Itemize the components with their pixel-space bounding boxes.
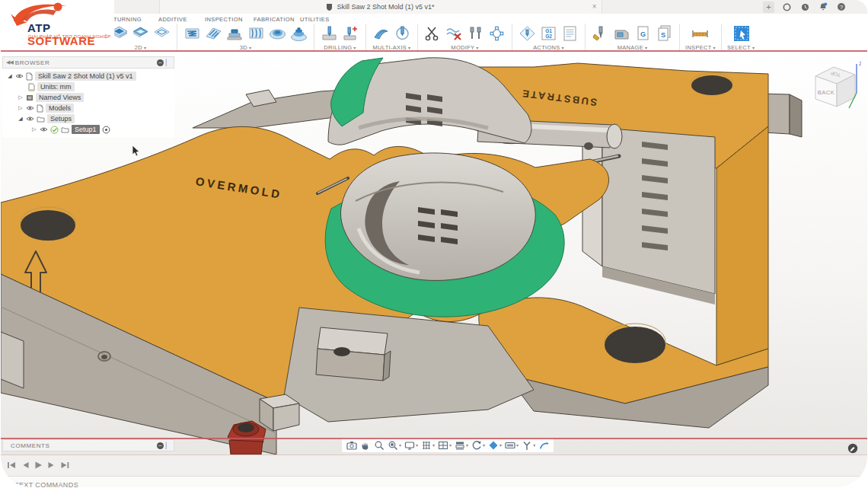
setup-sheet-icon[interactable] (560, 24, 579, 43)
replace-tool-icon[interactable] (466, 24, 485, 43)
help-icon[interactable]: ? (835, 1, 847, 13)
panel-grip-icon[interactable]: ▏ (166, 59, 171, 66)
dropdown-caret-icon: ▾ (432, 442, 435, 448)
text-commands-label[interactable]: TEXT COMMANDS (14, 481, 78, 487)
tree-row-document[interactable]: ◢ Skill Saw 2 Shot Mold (1) v5 v1 (2, 71, 174, 81)
canvas-viewport[interactable]: SUBSTRATE (1, 52, 867, 455)
notifications-icon[interactable] (817, 1, 829, 13)
tree-row-units[interactable]: Units: mm (2, 81, 174, 92)
effects-icon[interactable]: ▾ (488, 440, 502, 451)
minimize-panel-icon[interactable]: – (157, 442, 164, 449)
svg-text:?: ? (840, 4, 843, 11)
adaptive-clearing-icon[interactable] (183, 24, 202, 43)
post-library-icon[interactable]: G (633, 24, 653, 43)
comments-title: COMMENTS (11, 442, 157, 449)
collapsed-icon[interactable]: ▷ (31, 126, 37, 132)
2d-contour-icon[interactable] (152, 24, 171, 43)
new-tab-icon[interactable]: + (763, 2, 774, 13)
collapsed-icon[interactable]: ▷ (18, 105, 24, 111)
close-tab-icon[interactable]: × (592, 0, 597, 14)
document-tab[interactable]: Skill Saw 2 Shot Mold (1) v5 v1* × (159, 0, 602, 14)
tree-row-named-views[interactable]: ▷ Named Views (2, 92, 174, 103)
expanded-icon[interactable]: ◢ (7, 73, 13, 79)
avatar-icon[interactable] (780, 1, 793, 13)
capture-image-icon[interactable] (346, 440, 357, 451)
grid-snaps-icon[interactable]: ▾ (421, 440, 435, 451)
tab-fabrication[interactable]: FABRICATION (254, 16, 295, 23)
zoom-icon[interactable] (374, 440, 385, 451)
multi-axis-contour-icon[interactable] (393, 24, 412, 43)
select-icon[interactable] (732, 24, 751, 43)
2d-face-icon[interactable] (131, 24, 150, 43)
job-status-icon[interactable] (799, 1, 811, 13)
erase-toolpath-icon[interactable] (445, 24, 464, 43)
orbit-icon[interactable]: ▾ (471, 440, 485, 451)
tree-row-setups[interactable]: ◢ Setups (2, 113, 174, 124)
layout-icon[interactable]: ▾ (455, 440, 468, 451)
templates-icon[interactable]: S (655, 24, 674, 43)
spiral-icon[interactable] (268, 24, 287, 43)
go-to-start-button[interactable] (7, 461, 17, 470)
tab-utilities[interactable]: UTILITIES (300, 16, 330, 23)
tree-row-setup1[interactable]: ▷ Setup1 (2, 124, 174, 135)
fit-icon[interactable]: ▾ (388, 440, 401, 451)
panel-grip-icon[interactable]: ▏ (166, 442, 171, 449)
dropdown-caret-icon: ▾ (466, 442, 468, 448)
tab-turning[interactable]: TURNING (113, 16, 142, 23)
optimize-path-icon[interactable] (487, 24, 506, 43)
step-back-button[interactable] (21, 461, 30, 470)
tree-label[interactable]: Setups (47, 114, 75, 123)
tap-icon[interactable] (341, 24, 360, 43)
expanded-icon[interactable]: ◢ (18, 116, 24, 122)
parallel-icon[interactable] (204, 24, 223, 43)
svg-text:G: G (640, 30, 646, 38)
play-button[interactable] (34, 461, 43, 470)
tab-additive[interactable]: ADDITIVE (158, 16, 187, 23)
visibility-eye-icon[interactable] (26, 116, 34, 122)
machine-library-icon[interactable] (612, 24, 631, 43)
tree-label[interactable]: Units: mm (37, 82, 75, 91)
post-process-icon[interactable]: G1G2 (539, 24, 558, 43)
collapse-panel-icon[interactable]: ◀◀ (6, 59, 13, 65)
collapsed-icon[interactable]: ▷ (18, 94, 24, 100)
screens-icon[interactable]: ▾ (505, 440, 519, 451)
view-cube[interactable]: TOP BACK Z (811, 59, 861, 114)
viewports-icon[interactable]: ▾ (438, 440, 452, 451)
active-target-icon[interactable] (102, 126, 110, 134)
simulate-icon[interactable] (518, 24, 537, 43)
browser-title: BROWSER (15, 59, 157, 66)
document-icon (26, 72, 33, 81)
horizontal-icon[interactable] (225, 24, 244, 43)
browser-panel: ◀◀ BROWSER – ▏ ◢ Skill Saw 2 Shot Mold (… (2, 56, 174, 138)
tab-inspection[interactable]: INSPECTION (205, 16, 243, 23)
selection-tools-icon[interactable]: ▾ (522, 440, 535, 451)
steep-shallow-icon[interactable] (247, 24, 266, 43)
feedback-icon[interactable] (847, 443, 858, 454)
morphed-spiral-icon[interactable] (289, 24, 308, 43)
dropdown-caret-icon: ▾ (533, 442, 535, 448)
comments-header[interactable]: COMMENTS – ▏ (2, 439, 174, 451)
marking-menu-icon[interactable] (538, 440, 549, 451)
tree-row-models[interactable]: ▷ Models (2, 103, 174, 113)
pan-icon[interactable] (360, 440, 371, 451)
drill-icon[interactable] (320, 24, 339, 43)
tree-label-selected[interactable]: Setup1 (72, 125, 100, 134)
tree-label[interactable]: Named Views (36, 93, 84, 102)
tree-label[interactable]: Skill Saw 2 Shot Mold (1) v5 v1 (35, 72, 136, 81)
tree-label[interactable]: Models (46, 104, 74, 113)
browser-header[interactable]: ◀◀ BROWSER – ▏ (2, 56, 174, 69)
minimize-panel-icon[interactable]: – (157, 59, 164, 66)
trim-icon[interactable] (423, 24, 442, 43)
visibility-eye-icon[interactable] (40, 126, 48, 132)
display-settings-icon[interactable]: ▾ (404, 440, 418, 451)
swarf-icon[interactable] (372, 24, 391, 43)
go-to-end-button[interactable] (60, 461, 70, 470)
step-forward-button[interactable] (47, 461, 56, 470)
visibility-eye-icon[interactable] (15, 73, 24, 79)
ribbon-group-inspect: INSPECT▾ (681, 24, 720, 51)
visibility-eye-icon[interactable] (26, 105, 34, 111)
viewcube-front-label: BACK (818, 89, 834, 96)
measure-icon[interactable] (691, 24, 710, 43)
tool-library-icon[interactable] (591, 24, 610, 43)
ribbon-separator (721, 24, 722, 53)
